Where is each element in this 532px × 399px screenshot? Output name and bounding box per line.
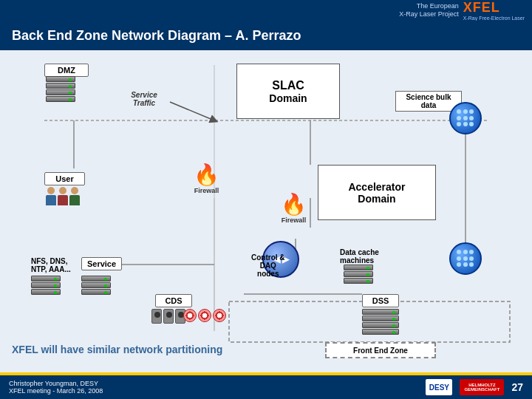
header-project-text: The European X-Ray Laser Project xyxy=(399,2,459,18)
data-cache-server xyxy=(344,265,373,284)
front-end-zone-box: Front End Zone xyxy=(325,342,436,358)
nfs-label: NFS, DNS, NTP, AAA... xyxy=(31,257,71,273)
dmz-box: DMZ xyxy=(44,64,89,77)
firewall-left-icon: 🔥 Firewall xyxy=(194,165,219,194)
svg-line-2 xyxy=(170,102,214,120)
service-server xyxy=(81,276,111,295)
dmz-server xyxy=(46,76,75,102)
dss-server xyxy=(362,309,399,335)
cds-box: CDS xyxy=(155,294,192,307)
slac-domain-box: SLAC Domain xyxy=(236,64,340,119)
dss-box: DSS xyxy=(362,294,399,307)
xfel-sub-text: X-Ray Free-Electron Laser xyxy=(463,16,525,21)
desy-logo: DESY xyxy=(426,379,452,395)
service-traffic-label: Service Traffic xyxy=(122,91,166,107)
nfs-server xyxy=(31,276,61,295)
accelerator-domain-box: Accelerator Domain xyxy=(318,165,436,220)
cds-tape xyxy=(151,309,185,324)
service-box: Service xyxy=(81,257,122,270)
cds-disk xyxy=(183,309,226,322)
top-switch-icon xyxy=(449,102,482,134)
footer-presenter: Christopher Youngman, DESY XFEL meeting … xyxy=(9,380,103,395)
footer-bar: Christopher Youngman, DESY XFEL meeting … xyxy=(0,375,532,399)
helmholtz-logo: HELMHOLTZ GEMEINSCHAFT xyxy=(460,379,504,395)
user-box: User xyxy=(44,172,85,185)
firewall-right-icon: 🔥 Firewall xyxy=(281,194,307,224)
slide-title: Back End Zone Network Diagram – A. Perra… xyxy=(0,21,532,50)
page-number: 27 xyxy=(511,381,523,393)
header-bar: The European X-Ray Laser Project XFEL X-… xyxy=(0,0,532,21)
user-persons xyxy=(46,187,80,205)
control-daq-label: Control & DAQ nodes xyxy=(251,253,285,278)
data-cache-label: Data cache machines xyxy=(340,248,379,265)
bottom-switch-icon xyxy=(449,242,482,275)
footer-logos: DESY HELMHOLTZ GEMEINSCHAFT 27 xyxy=(426,379,523,395)
main-content: Back End Zone Network Diagram – A. Perra… xyxy=(0,21,532,399)
xfel-notice-label: XFEL will have similar network partition… xyxy=(12,344,222,355)
xfel-brand-text: XFEL xyxy=(463,0,500,16)
xfel-logo-group: The European X-Ray Laser Project XFEL X-… xyxy=(399,0,525,21)
network-diagram: DMZ Service Traffic SLAC Domain Science … xyxy=(0,50,532,361)
